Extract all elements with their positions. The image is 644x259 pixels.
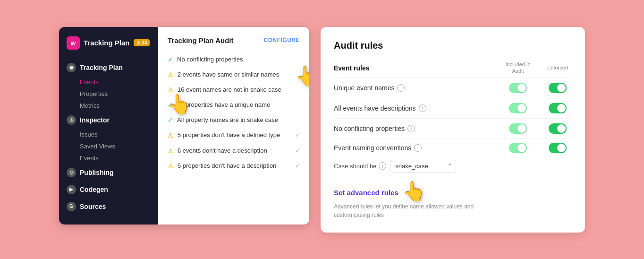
enforced-toggle-2[interactable] [549, 123, 567, 134]
tracking-plan-icon: ◉ [67, 63, 76, 72]
warn-icon-5: ⚠ [168, 131, 174, 139]
audit-item-6[interactable]: ⚠ 6 events don't have a description ✓ [168, 143, 300, 158]
warning-badge: ⚠ 34 [134, 39, 150, 46]
warn-icon-6: ⚠ [168, 147, 174, 155]
naming-info-icon[interactable]: i [414, 144, 422, 152]
cursor-pointer-advanced: 👆 [402, 180, 426, 202]
naming-toggle-knob [517, 144, 526, 152]
rule-label-2: No conflicting properties i [334, 125, 504, 132]
rule-row-all-events-descriptions: All events have descriptions i [334, 98, 572, 118]
brand-name: Tracking Plan [84, 39, 130, 47]
audit-item-text-7: 5 properties don't have a description [178, 162, 291, 170]
naming-toggles [504, 143, 572, 153]
toggle-knob-enforced-2 [557, 124, 566, 133]
case-info-icon[interactable]: i [379, 162, 386, 170]
advanced-rules-description: Advanced rules let you define name allow… [334, 202, 485, 219]
check-icon-3: ✓ [168, 101, 173, 109]
chevron-icon-6: ✓ [295, 147, 300, 154]
case-label: Case should be i [334, 162, 386, 170]
inspector-icon: ◎ [67, 115, 76, 125]
case-select-wrapper: snake_case camelCase PascalCase ⌃ [390, 160, 456, 173]
naming-enforced-toggle[interactable] [549, 143, 567, 153]
rule-text-2: No conflicting properties [334, 125, 405, 132]
rule-label-0: Unique event names i [334, 84, 504, 92]
sidebar-item-events[interactable]: Events [59, 76, 158, 88]
rule-text-0: Unique event names [334, 84, 394, 92]
audit-item-7[interactable]: ⚠ 5 properties don't have a description … [168, 158, 300, 173]
audit-item-text-0: No conflicting properties [177, 55, 300, 64]
case-label-text: Case should be [334, 163, 376, 170]
main-container: w Tracking Plan ⚠ 34 ◉ Tracking Plan Eve… [59, 27, 585, 233]
info-icon-2[interactable]: i [407, 125, 415, 132]
advanced-rules-section: Set advanced rules 👆 [334, 180, 572, 202]
toggle-knob-1 [517, 104, 526, 112]
rule-row-unique-event-names: Unique event names i [334, 78, 572, 98]
info-icon-0[interactable]: i [397, 84, 405, 92]
sources-icon: G [67, 202, 76, 211]
sidebar-brand: w Tracking Plan ⚠ 34 [59, 36, 158, 59]
enforced-header: Enforced [543, 65, 572, 71]
sidebar-item-metrics[interactable]: Metrics [59, 100, 158, 112]
rule-label-1: All events have descriptions i [334, 104, 504, 112]
audit-rules-title: Audit rules [334, 40, 572, 51]
sidebar-item-inspector-events[interactable]: Events [59, 152, 158, 164]
sidebar-item-saved-views[interactable]: Saved Views [59, 140, 158, 152]
warn-icon-7: ⚠ [168, 162, 174, 170]
sidebar: w Tracking Plan ⚠ 34 ◉ Tracking Plan Eve… [59, 27, 158, 224]
sidebar-section-codegen[interactable]: ▶ Codegen [59, 181, 158, 198]
naming-label-text: Event naming conventions [334, 144, 411, 152]
configure-button[interactable]: CONFIGURE [264, 37, 300, 43]
toggle-knob-enforced-0 [557, 84, 566, 92]
info-icon-1[interactable]: i [419, 104, 426, 112]
advanced-rules-link[interactable]: Set advanced rules [334, 189, 398, 197]
tracking-plan-label: Tracking Plan [80, 64, 123, 71]
inspector-label: Inspector [80, 116, 110, 124]
sidebar-item-properties[interactable]: Properties [59, 88, 158, 100]
sources-label: Sources [80, 203, 106, 210]
included-toggle-1[interactable] [509, 103, 527, 113]
event-rules-section-title: Event rules [334, 60, 369, 76]
toggle-knob-enforced-1 [557, 104, 566, 112]
audit-item-4: ✓ All property names are in snake case [168, 112, 300, 128]
audit-item-text-2: 16 event names are not in snake case [178, 86, 300, 94]
audit-panel: Tracking Plan Audit CONFIGURE ✓ No confl… [158, 27, 309, 224]
audit-item-text-6: 6 events don't have a description [178, 147, 291, 155]
included-toggle-0[interactable] [509, 83, 527, 93]
audit-item-2[interactable]: ⚠ 16 event names are not in snake case [168, 82, 300, 97]
audit-item-text-5: 5 properties don't have a defined type [178, 131, 291, 139]
sidebar-item-issues[interactable]: Issues [59, 129, 158, 140]
publishing-icon: ◎ [67, 168, 76, 177]
enforced-toggle-1[interactable] [549, 103, 567, 113]
sidebar-section-sources[interactable]: G Sources [59, 198, 158, 215]
chevron-icon-7: ✓ [295, 163, 300, 169]
left-panel: w Tracking Plan ⚠ 34 ◉ Tracking Plan Eve… [59, 27, 309, 224]
check-icon-0: ✓ [168, 56, 173, 63]
warn-icon-2: ⚠ [168, 86, 174, 94]
audit-item-3: ✓ All properties have a unique name [168, 97, 300, 112]
sidebar-section-tracking-plan[interactable]: ◉ Tracking Plan [59, 59, 158, 76]
naming-included-toggle[interactable] [509, 143, 527, 153]
rule-text-1: All events have descriptions [334, 104, 416, 112]
rule-toggles-2 [504, 123, 572, 134]
audit-item-text-3: All properties have a unique name [177, 101, 300, 109]
rule-row-no-conflicting: No conflicting properties i [334, 118, 572, 138]
enforced-toggle-0[interactable] [549, 83, 567, 93]
case-select[interactable]: snake_case camelCase PascalCase [390, 160, 456, 173]
right-panel: Audit rules Event rules Included in Audi… [321, 27, 585, 233]
rule-toggles-0 [504, 83, 572, 93]
audit-item-5[interactable]: ⚠ 5 properties don't have a defined type… [168, 128, 300, 143]
included-toggle-2[interactable] [509, 123, 527, 134]
audit-item-0: ✓ No conflicting properties [168, 52, 300, 67]
rule-toggles-1 [504, 103, 572, 113]
rules-header-labels: Included in Audit Enforced [504, 61, 572, 74]
chevron-icon-5: ✓ [295, 132, 300, 138]
toggle-knob-2 [517, 124, 526, 133]
audit-item-1[interactable]: ⚠ 2 events have same or similar names [168, 67, 300, 82]
sidebar-section-inspector[interactable]: ◎ Inspector [59, 112, 158, 129]
sidebar-section-publishing[interactable]: ◎ Publishing [59, 164, 158, 181]
audit-item-text-4: All property names are in snake case [177, 116, 300, 124]
warn-icon-1: ⚠ [168, 71, 174, 78]
naming-enforced-knob [557, 144, 566, 152]
codegen-label: Codegen [80, 186, 108, 193]
brand-icon: w [67, 36, 80, 50]
